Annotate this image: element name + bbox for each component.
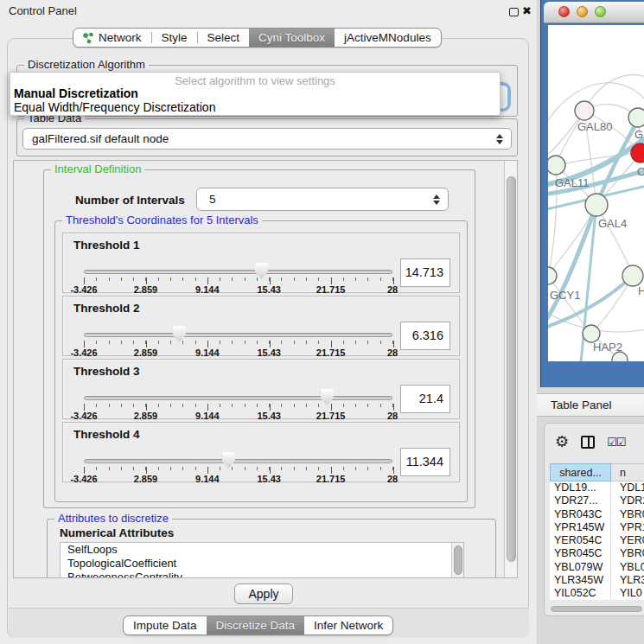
major-tick (270, 467, 271, 474)
table-row[interactable]: YDL19...YDL1 (550, 481, 644, 494)
node-label: C (637, 165, 644, 178)
tab-infer-network[interactable]: Infer Network (304, 616, 392, 634)
table-row[interactable]: YIL052CYIL0 (550, 587, 644, 600)
network-node-h[interactable] (622, 265, 643, 286)
table-cell: YIL0 (611, 587, 644, 600)
major-tick (146, 404, 147, 411)
table-header-row: shared... n (550, 463, 644, 481)
vertical-scrollbar[interactable] (504, 161, 517, 577)
attribute-item[interactable]: SelfLoops (61, 543, 463, 557)
network-node-c[interactable] (631, 143, 644, 163)
table-rows: YDL19...YDL1YDR27...YDR2YBR043CYBR0YPR14… (550, 481, 644, 600)
spinner-arrows-icon[interactable] (433, 194, 440, 205)
scrollbar-thumb[interactable] (507, 176, 516, 562)
number-of-intervals-select[interactable]: 5 (196, 188, 449, 211)
major-tick (207, 404, 208, 411)
table-cell: YDL19... (550, 481, 611, 494)
table-data-select[interactable]: galFiltered.sif default node (22, 128, 512, 150)
gear-icon[interactable]: ⚙ (555, 434, 569, 450)
attributes-scrollbar[interactable] (451, 543, 463, 578)
tab-impute-data[interactable]: Impute Data (124, 616, 207, 634)
minimize-traffic-light-icon[interactable] (577, 6, 588, 17)
network-window-titlebar[interactable] (544, 2, 644, 23)
popup-option-manual-discretization[interactable]: Manual Discretization (10, 86, 500, 100)
spinner-arrows-icon[interactable] (496, 134, 503, 144)
slider-tick-labels: -3.4262.8599.14415.4321.71528 (84, 348, 392, 358)
major-tick (84, 277, 85, 284)
major-tick (84, 341, 85, 348)
tab-style[interactable]: Style (152, 29, 197, 47)
network-node-gal80[interactable] (575, 101, 594, 120)
table-cell: YBR045C (550, 547, 611, 560)
threshold-value-field[interactable]: 6.316 (400, 322, 450, 350)
major-tick (331, 341, 332, 348)
table-row[interactable]: YDR27...YDR2 (550, 494, 644, 507)
major-tick (270, 341, 271, 348)
tick-label: 15.43 (257, 474, 281, 484)
table-row[interactable]: YPR145WYPR1 (550, 521, 644, 534)
threshold-slider-track[interactable] (84, 270, 392, 274)
threshold-value-field[interactable]: 21.4 (400, 385, 450, 413)
node-label: G (634, 128, 643, 141)
tick-label: 15.43 (257, 348, 281, 358)
threshold-label: Threshold 4 (73, 428, 140, 441)
network-node-hap2[interactable] (583, 325, 600, 342)
cyni-toolbox-panel: Discretization Algorithm Manual Discreti… (7, 38, 529, 638)
tick-label: 21.715 (316, 411, 346, 421)
tab-discretize-data[interactable]: Discretize Data (207, 616, 305, 634)
tick-label: 9.144 (195, 284, 220, 295)
node-label: GAL4 (598, 217, 627, 230)
tick-label: 9.144 (195, 474, 220, 484)
popup-option-equal-width-frequency[interactable]: Equal Width/Frequency Discretization (10, 100, 500, 114)
threshold-list: Threshold 1 -3.4262.8599.14415.4321.7152… (62, 233, 467, 482)
zoom-traffic-light-icon[interactable] (595, 6, 606, 17)
node-label: H (638, 284, 644, 297)
node-table: shared... n YDL19...YDL1YDR27...YDR2YBR0… (550, 463, 644, 603)
tab-select[interactable]: Select (198, 29, 250, 47)
column-header-shared-name[interactable]: shared... (550, 463, 611, 481)
network-node-gal11[interactable] (548, 156, 565, 175)
threshold-slider-track[interactable] (84, 459, 392, 463)
tick-label: 2.859 (134, 474, 158, 484)
horizontal-scrollbar[interactable] (550, 605, 644, 613)
table-cell: YER054C (550, 534, 611, 547)
close-traffic-light-icon[interactable] (558, 6, 570, 17)
major-tick (146, 341, 147, 348)
network-canvas[interactable]: GAL80GCGAL11GAL4GCY1HHAP2 (548, 25, 644, 361)
table-row[interactable]: YBL079WYBL0 (550, 561, 644, 574)
close-icon[interactable]: ✖ (522, 4, 532, 17)
threshold-value-field[interactable]: 11.344 (400, 448, 450, 476)
numerical-attributes-list[interactable]: SelfLoopsTopologicalCoefficientBetweenne… (60, 542, 464, 578)
network-node[interactable] (612, 352, 628, 361)
table-panel-toolbar: ⚙ ☑☑ (555, 434, 625, 450)
tab-cyni-toolbox[interactable]: Cyni Toolbox (249, 29, 335, 47)
attribute-item[interactable]: TopologicalCoefficient (61, 557, 463, 571)
tab-network[interactable]: Network (73, 29, 151, 47)
algorithm-dropdown-popup: Select algorithm to view settings Manual… (10, 72, 501, 116)
threshold-value-field[interactable]: 14.713 (400, 258, 450, 287)
major-tick (84, 404, 85, 411)
table-cell: YDL1 (611, 481, 644, 494)
split-columns-icon[interactable] (581, 436, 595, 449)
scrollbar-thumb[interactable] (551, 606, 642, 612)
threshold-slider-track[interactable] (84, 396, 392, 400)
checkbox-icons[interactable]: ☑☑ (607, 436, 625, 449)
float-window-icon[interactable] (509, 8, 519, 16)
table-row[interactable]: YLR345WYLR3 (550, 574, 644, 587)
table-row[interactable]: YBR043CYBR0 (550, 508, 644, 521)
table-cell: YPR1 (611, 521, 644, 534)
network-node-gal4[interactable] (585, 194, 608, 216)
table-cell: YDR27... (550, 494, 611, 507)
tick-label: 21.715 (316, 348, 346, 358)
scrollbar-thumb[interactable] (454, 545, 462, 575)
table-row[interactable]: YER054CYER0 (550, 534, 644, 547)
attribute-item[interactable]: BetweennessCentrality (61, 571, 463, 578)
column-header-name[interactable]: n (611, 463, 644, 481)
table-row[interactable]: YBR045CYBR0 (550, 547, 644, 560)
tab-jactivemnodules[interactable]: jActiveMNodules (335, 29, 441, 47)
apply-button[interactable]: Apply (234, 583, 293, 604)
top-tab-bar: NetworkStyleSelectCyni ToolboxjActiveMNo… (73, 28, 442, 48)
threshold-slider-track[interactable] (84, 333, 392, 337)
network-node-gcy1[interactable] (548, 267, 557, 284)
network-node-g[interactable] (628, 108, 644, 127)
